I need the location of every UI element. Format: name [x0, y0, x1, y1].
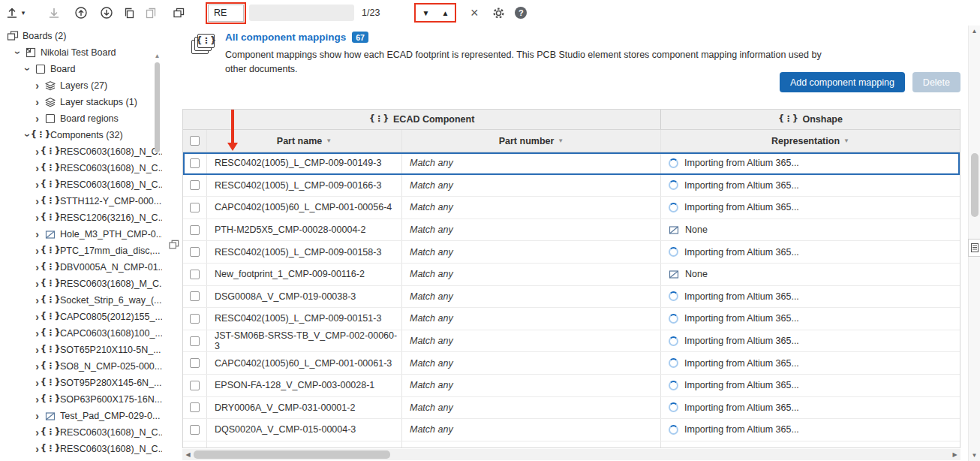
tree-item[interactable]: ›Board: [0, 61, 162, 77]
copy-icon[interactable]: [122, 4, 137, 22]
table-row[interactable]: CAPC0402(1005)60_L_CMP-001-00056-4Match …: [183, 197, 960, 219]
tree-item[interactable]: ›{⋮}DBV0005A_N_CMP-01...: [0, 259, 162, 276]
row-checkbox[interactable]: [190, 358, 200, 368]
chevron-down-icon[interactable]: ›: [13, 48, 23, 58]
sidebar-scrollbar[interactable]: ▲: [153, 53, 161, 459]
tree-item[interactable]: ›{⋮}RESC1206(3216)_N_C...: [0, 209, 162, 226]
tree-item[interactable]: ›Nikolai Test Board: [0, 44, 162, 61]
sort-caret-icon[interactable]: ▼: [843, 137, 849, 144]
table-row[interactable]: EPSON-FA-128_V_CMP-003-00028-1Match anyI…: [183, 375, 960, 397]
table-row[interactable]: [183, 441, 960, 448]
tree-item[interactable]: Boards (2): [0, 28, 162, 44]
chevron-down-icon[interactable]: ›: [23, 65, 33, 74]
properties-panel-tab[interactable]: [968, 239, 980, 257]
sidebar-scroll-thumb[interactable]: [155, 62, 160, 152]
tree-item[interactable]: ›{⋮}SOP63P600X175-16N...: [0, 391, 162, 408]
row-checkbox[interactable]: [190, 270, 200, 279]
secondary-search-field[interactable]: [249, 5, 354, 21]
tree-item[interactable]: ›{⋮}RESC0603(1608)_N_C...: [0, 441, 162, 457]
chevron-right-icon[interactable]: ›: [32, 229, 42, 240]
tree-item[interactable]: ›Layers (27): [0, 77, 162, 94]
row-checkbox[interactable]: [190, 158, 200, 168]
tree-item[interactable]: ›{⋮}RESC0603(1608)_N_C...: [0, 160, 162, 176]
tree-item[interactable]: ›{⋮}RESC0603(1608)_N_C...: [0, 176, 162, 193]
tree-item[interactable]: ›{⋮}RESC0603(1608)_M_C...: [0, 276, 162, 292]
chevron-right-icon[interactable]: ›: [32, 113, 42, 124]
horizontal-scroll-thumb[interactable]: [194, 450, 390, 459]
scroll-left-icon[interactable]: ◀: [182, 451, 194, 458]
row-checkbox[interactable]: [190, 291, 200, 301]
table-row[interactable]: CAPC0402(1005)60_L_CMP-001-00061-3Match …: [183, 352, 960, 375]
chevron-down-icon[interactable]: ›: [23, 131, 33, 140]
tree-item[interactable]: ›Layer stackups (1): [0, 94, 162, 110]
page-title[interactable]: All component mappings: [225, 32, 346, 43]
upload-menu-caret-icon[interactable]: ▾: [20, 4, 27, 22]
tree-item[interactable]: ›{⋮}CAPC0805(2012)155_...: [0, 309, 162, 325]
tree-item[interactable]: ›{⋮}SOT65P210X110-5N_...: [0, 342, 162, 358]
find-next-icon[interactable]: ▲: [438, 6, 452, 20]
table-row[interactable]: JST-SM06B-SRSS-TB_V_CMP-002-00060-3Match…: [183, 330, 960, 353]
tree-item[interactable]: ›{⋮}Components (32): [0, 127, 162, 143]
tree-item[interactable]: ›Hole_M3_PTH_CMP-0...: [0, 226, 162, 243]
boards-panel-tab[interactable]: [167, 237, 182, 252]
boards-icon[interactable]: [171, 4, 186, 22]
table-row[interactable]: RESC0402(1005)_L_CMP-009-00158-3Match an…: [183, 241, 960, 264]
delete-button[interactable]: Delete: [912, 72, 960, 92]
upload-icon[interactable]: [5, 4, 20, 22]
scroll-down-icon[interactable]: ▼: [969, 452, 980, 459]
row-checkbox[interactable]: [190, 225, 200, 235]
row-checkbox[interactable]: [190, 247, 200, 257]
help-icon[interactable]: ?: [515, 7, 527, 19]
sort-caret-icon[interactable]: ▼: [326, 137, 332, 144]
tree-item[interactable]: ›{⋮}STTH112-Y_CMP-000...: [0, 193, 162, 209]
settings-gear-icon[interactable]: [491, 4, 506, 22]
chevron-right-icon[interactable]: ›: [32, 97, 42, 107]
row-checkbox[interactable]: [190, 336, 200, 346]
table-row[interactable]: RESC0402(1005)_L_CMP-009-00151-3Match an…: [183, 308, 960, 330]
row-checkbox[interactable]: [190, 425, 200, 435]
horizontal-scrollbar[interactable]: ◀ ▶: [182, 449, 960, 460]
table-row[interactable]: DQS0020A_V_CMP-015-00004-3Match anyImpor…: [183, 419, 960, 441]
add-component-mapping-button[interactable]: Add component mapping: [780, 72, 905, 92]
chevron-right-icon[interactable]: ›: [32, 80, 42, 91]
sort-caret-icon[interactable]: ▼: [558, 137, 564, 144]
row-checkbox[interactable]: [190, 203, 200, 212]
table-row[interactable]: RESC0402(1005)_L_CMP-009-00149-3Match an…: [183, 152, 960, 175]
tree-item[interactable]: ›{⋮}PTC_17mm_dia_disc,...: [0, 243, 162, 259]
row-checkbox[interactable]: [190, 402, 200, 412]
sidebar-scroll-up-icon[interactable]: ▲: [153, 53, 161, 59]
table-row[interactable]: New_footprint_1_CMP-009-00116-2Match any…: [183, 264, 960, 286]
find-input[interactable]: [208, 5, 244, 22]
column-header-part-name[interactable]: Part name ▼: [207, 130, 402, 152]
tree-item[interactable]: ›{⋮}CAPC0603(1608)100_...: [0, 325, 162, 342]
circle-down-arrow-icon[interactable]: [99, 4, 114, 22]
tree-item[interactable]: ›Test_Pad_CMP-029-0...: [0, 408, 162, 424]
table-row[interactable]: PTH-M2D5X5_CMP-00028-00004-2Match anyNon…: [183, 219, 960, 242]
row-checkbox[interactable]: [190, 447, 200, 448]
row-checkbox[interactable]: [190, 180, 200, 190]
scroll-right-icon[interactable]: ▶: [949, 451, 960, 458]
tree-item[interactable]: ›{⋮}SOT95P280X145-6N_...: [0, 375, 162, 391]
find-previous-icon[interactable]: ▼: [419, 6, 432, 20]
table-row[interactable]: DSG0008A_V_CMP-019-00038-3Match anyImpor…: [183, 286, 960, 309]
table-row[interactable]: DRY0006A_V_CMP-031-00001-2Match anyImpor…: [183, 397, 960, 420]
scroll-up-icon[interactable]: ▲: [969, 28, 980, 35]
download-icon[interactable]: [47, 4, 62, 22]
row-checkbox[interactable]: [190, 314, 200, 324]
paste-icon[interactable]: [143, 4, 158, 22]
row-checkbox[interactable]: [190, 381, 200, 390]
chevron-right-icon[interactable]: ›: [32, 411, 42, 421]
vertical-scroll-thumb[interactable]: [971, 153, 978, 217]
circle-up-arrow-icon[interactable]: [74, 4, 89, 22]
table-row[interactable]: RESC0402(1005)_L_CMP-009-00166-3Match an…: [183, 175, 960, 197]
tree-item[interactable]: ›{⋮}SO8_N_CMP-025-000...: [0, 358, 162, 375]
tree-item[interactable]: ›{⋮}Socket_Strip_6_way_(...: [0, 292, 162, 309]
tree-item-label: Board: [50, 64, 75, 74]
column-header-part-number[interactable]: Part number ▼: [402, 130, 661, 152]
close-find-icon[interactable]: ×: [467, 4, 482, 22]
select-all-checkbox[interactable]: [190, 136, 200, 146]
tree-item[interactable]: ›{⋮}RESC0603(1608)_N_C...: [0, 424, 162, 441]
tree-item[interactable]: ›Board regions: [0, 110, 162, 127]
column-header-representation[interactable]: Representation ▼: [661, 130, 960, 152]
tree-item[interactable]: ›{⋮}RESC0603(1608)_N_C...: [0, 143, 162, 160]
